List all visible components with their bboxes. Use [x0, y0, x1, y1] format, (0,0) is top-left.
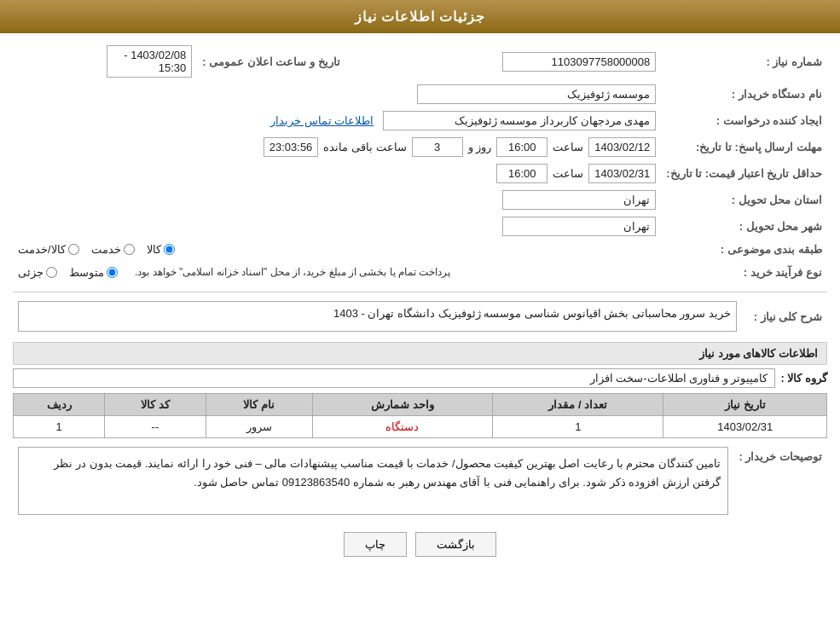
ijad-konande-label: ایجاد کننده درخواست :: [661, 107, 827, 134]
radio-khedmat-label: خدمت: [91, 243, 121, 256]
roz-label: روز و: [468, 141, 492, 153]
ostan-value: تهران: [13, 187, 661, 213]
cell-tarikh-niaz: 1403/02/31: [663, 416, 827, 438]
countdown-box: 23:03:56: [264, 137, 319, 157]
mohlat-value: 23:03:56 ساعت باقی مانده 3 روز و 16:00 س…: [13, 134, 661, 160]
radio-kala-input[interactable]: [164, 244, 175, 255]
tabaghe-label: طبقه بندی موضوعی :: [661, 240, 827, 259]
page-wrapper: جزئیات اطلاعات نیاز شماره نیاز : 1103097…: [0, 0, 840, 625]
nam-dastgah-row: نام دستگاه خریدار : موسسه ژئوفیزیک: [13, 81, 827, 107]
shomare-niaz-box: 1103097758000008: [502, 52, 656, 72]
cell-tedad: 1: [493, 416, 663, 438]
sharh-value: خرید سرور محاسباتی بخش اقیانوس شناسی موس…: [13, 298, 742, 335]
hadaqal-label: حداقل تاریخ اعتبار قیمت: تا تاریخ:: [661, 160, 827, 187]
shahr-row: شهر محل تحویل : تهران: [13, 213, 827, 240]
hadaqal-row: حداقل تاریخ اعتبار قیمت: تا تاریخ: 16:00…: [13, 160, 827, 187]
sharh-box: خرید سرور محاسباتی بخش اقیانوس شناسی موس…: [18, 301, 737, 332]
mohlat-row: مهلت ارسال پاسخ: تا تاریخ: 23:03:56 ساعت…: [13, 134, 827, 160]
nam-dastgah-label: نام دستگاه خریدار :: [661, 81, 827, 107]
nam-dastgah-box: موسسه ژئوفیزیک: [417, 84, 656, 104]
tavasieh-label: توصیحات خریدار :: [733, 443, 827, 518]
cell-radif: 1: [14, 416, 105, 438]
radio-kala[interactable]: کالا: [147, 243, 175, 256]
shahr-value: تهران: [13, 213, 661, 240]
back-button[interactable]: بازگشت: [415, 532, 496, 557]
goods-table-header: تاریخ نیاز تعداد / مقدار واحد شمارش نام …: [14, 394, 827, 416]
radio-jozi-label: جزئی: [18, 266, 43, 279]
shomare-niaz-row: شماره نیاز : 1103097758000008 تاریخ و سا…: [13, 42, 827, 81]
group-kala-row: گروه کالا : کامپیوتر و فناوری اطلاعات-سخ…: [13, 368, 827, 388]
shahr-label: شهر محل تحویل :: [661, 213, 827, 240]
group-kala-label: گروه کالا :: [780, 372, 827, 385]
info-table: شماره نیاز : 1103097758000008 تاریخ و سا…: [13, 42, 827, 285]
radio-kala-label: کالا: [147, 243, 161, 256]
col-tarikh-niaz: تاریخ نیاز: [663, 394, 827, 416]
tabaghe-value: کالا/خدمت خدمت کالا: [13, 240, 661, 259]
goods-table: تاریخ نیاز تعداد / مقدار واحد شمارش نام …: [13, 393, 827, 438]
shomare-niaz-label: شماره نیاز :: [661, 42, 827, 81]
noe-farayand-row: نوع فرآیند خرید : جزئی متوسط: [13, 259, 827, 285]
radio-khedmat-input[interactable]: [124, 244, 135, 255]
hadaqal-saat-value-box: 16:00: [496, 164, 547, 183]
tarikh-value: 1403/02/08 - 15:30: [13, 42, 197, 81]
hadaqal-saat-label: ساعت: [553, 167, 583, 180]
col-nam-kala: نام کالا: [206, 394, 312, 416]
goods-table-body: 1403/02/31 1 دستگاه سرور -- 1: [14, 416, 827, 438]
col-radif: ردیف: [14, 394, 105, 416]
divider-1: [13, 292, 827, 292]
noe-farayand-label: نوع فرآیند خرید :: [661, 259, 827, 285]
ijad-konande-box: مهدی مردجهان کاربرداز موسسه ژئوفیزیک: [383, 111, 656, 130]
radio-kala-khedmat-input[interactable]: [68, 244, 79, 255]
radio-motavaset-label: متوسط: [69, 266, 104, 279]
tamas-kharidar-link[interactable]: اطلاعات تماس خریدار: [270, 114, 374, 127]
radio-jozi-input[interactable]: [46, 267, 57, 278]
ostan-box: تهران: [502, 190, 656, 210]
col-tedad: تعداد / مقدار: [493, 394, 663, 416]
radio-khedmat[interactable]: خدمت: [91, 243, 135, 256]
tavasieh-box: تامین کنندگان محترم با رعایت اصل بهترین …: [18, 447, 728, 515]
goods-table-header-row: تاریخ نیاز تعداد / مقدار واحد شمارش نام …: [14, 394, 827, 416]
table-row: 1403/02/31 1 دستگاه سرور -- 1: [14, 416, 827, 438]
tabaghe-row: طبقه بندی موضوعی : کالا/خدمت خدمت: [13, 240, 827, 259]
ostan-row: استان محل تحویل : تهران: [13, 187, 827, 213]
sharh-label: شرح کلی نیاز :: [742, 298, 827, 335]
col-vahed: واحد شمارش: [312, 394, 492, 416]
cell-nam-kala: سرور: [206, 416, 312, 438]
sharh-table: شرح کلی نیاز : خرید سرور محاسباتی بخش اق…: [13, 298, 827, 335]
print-button[interactable]: چاپ: [344, 532, 407, 557]
tavasieh-table: توصیحات خریدار : تامین کنندگان محترم با …: [13, 443, 827, 518]
radio-motavaset-input[interactable]: [107, 267, 118, 278]
shahr-box: تهران: [502, 217, 656, 236]
group-kala-value: کامپیوتر و فناوری اطلاعات-سخت افزار: [13, 368, 775, 388]
tavasieh-row: توصیحات خریدار : تامین کنندگان محترم با …: [13, 443, 827, 518]
buttons-row: بازگشت چاپ: [13, 532, 827, 557]
cell-kod-kala: --: [105, 416, 206, 438]
tavasieh-value: تامین کنندگان محترم با رعایت اصل بهترین …: [13, 443, 733, 518]
roz-value-box: 3: [412, 137, 463, 157]
col-kod-kala: کد کالا: [105, 394, 206, 416]
farayand-note: پرداخت تمام یا بخشی از مبلغ خرید، از محل…: [135, 263, 450, 281]
radio-motavaset[interactable]: متوسط: [69, 266, 118, 279]
baqi-label: ساعت باقی مانده: [323, 141, 406, 153]
nam-dastgah-value: موسسه ژئوفیزیک: [13, 81, 661, 107]
radio-kala-khedmat[interactable]: کالا/خدمت: [18, 243, 79, 256]
shomare-niaz-value: 1103097758000008: [345, 42, 662, 81]
radio-jozi[interactable]: جزئی: [18, 266, 57, 279]
cell-vahed: دستگاه: [312, 416, 492, 438]
vahed-link[interactable]: دستگاه: [385, 420, 419, 433]
ostan-label: استان محل تحویل :: [661, 187, 827, 213]
saat-label: ساعت: [553, 141, 583, 153]
mohlat-date-box: 1403/02/12: [588, 137, 656, 157]
hadaqal-value: 16:00 ساعت 1403/02/31: [13, 160, 661, 187]
saat-value-box: 16:00: [496, 137, 547, 157]
tarikh-box: 1403/02/08 - 15:30: [107, 45, 192, 78]
radio-kala-khedmat-label: کالا/خدمت: [18, 243, 66, 256]
ettelaat-kala-title: اطلاعات کالاهای مورد نیاز: [13, 342, 827, 365]
ijad-konande-value: مهدی مردجهان کاربرداز موسسه ژئوفیزیک اطل…: [13, 107, 661, 134]
hadaqal-date-box: 1403/02/31: [588, 164, 656, 183]
noe-farayand-value: جزئی متوسط پرداخت تمام یا بخشی از مبلغ خ…: [13, 259, 661, 285]
main-content: شماره نیاز : 1103097758000008 تاریخ و سا…: [0, 33, 840, 579]
tarikh-label: تاریخ و ساعت اعلان عمومی :: [197, 42, 345, 81]
page-header: جزئیات اطلاعات نیاز: [0, 0, 840, 33]
ijad-konande-row: ایجاد کننده درخواست : مهدی مردجهان کاربر…: [13, 107, 827, 134]
